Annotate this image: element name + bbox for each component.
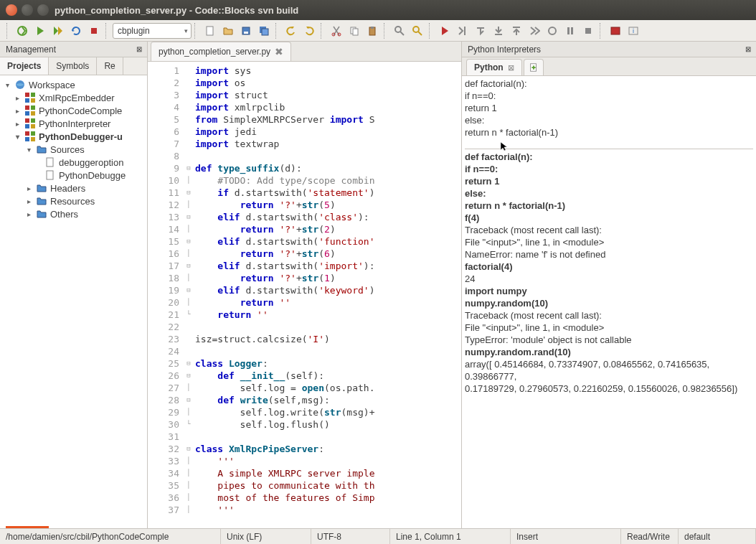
rebuild-button[interactable] xyxy=(67,22,85,39)
tree-file[interactable]: debuggeroption xyxy=(0,156,147,169)
svg-rect-38 xyxy=(25,131,29,136)
run-button[interactable] xyxy=(32,22,49,39)
management-tabs: Projects Symbols Re xyxy=(0,57,147,75)
svg-text:i: i xyxy=(633,27,634,34)
step-into-button[interactable] xyxy=(490,22,507,39)
main-toolbar: cbplugin i xyxy=(0,20,756,42)
svg-rect-1 xyxy=(91,28,97,34)
code-editor[interactable]: 1 2 3 4 5 6 7 8 9 10 11 12 13 14 15 16 1… xyxy=(148,62,461,528)
find-button[interactable] xyxy=(391,22,408,39)
cursor-icon xyxy=(499,141,511,152)
interpreter-title: Python Interpreters xyxy=(468,44,541,55)
management-title: Management xyxy=(6,44,56,55)
svg-rect-39 xyxy=(31,131,35,136)
svg-rect-26 xyxy=(25,93,29,97)
svg-point-18 xyxy=(549,27,556,34)
status-path: /home/damien/src/cbil/PythonCodeComple xyxy=(0,529,221,544)
window-maximize-button[interactable] xyxy=(37,4,49,16)
paste-button[interactable] xyxy=(364,22,381,39)
break-button[interactable] xyxy=(562,22,579,39)
build-target-combo[interactable]: cbplugin xyxy=(113,23,192,39)
svg-rect-22 xyxy=(611,27,620,34)
step-into-instr-button[interactable] xyxy=(544,22,561,39)
svg-rect-42 xyxy=(47,158,53,167)
tab-projects[interactable]: Projects xyxy=(0,57,49,75)
tree-project[interactable]: ▸PythonCodeComple xyxy=(0,104,147,117)
tree-folder[interactable]: ▸Others xyxy=(0,207,147,220)
window-close-button[interactable] xyxy=(6,4,17,16)
svg-rect-27 xyxy=(31,93,35,97)
run-to-cursor-button[interactable] xyxy=(454,22,471,39)
tree-folder[interactable]: ▾Sources xyxy=(0,143,147,156)
management-close-icon[interactable]: ⊠ xyxy=(134,44,144,55)
debug-run-button[interactable] xyxy=(436,22,453,39)
interpreter-add-tab[interactable] xyxy=(524,59,544,75)
next-line-button[interactable] xyxy=(472,22,489,39)
svg-rect-40 xyxy=(25,137,29,141)
build-button[interactable] xyxy=(14,22,31,39)
svg-point-14 xyxy=(413,27,419,32)
next-instr-button[interactable] xyxy=(526,22,543,39)
status-encoding: UTF-8 xyxy=(311,529,390,544)
svg-rect-29 xyxy=(31,98,35,103)
status-readwrite: Read/Write xyxy=(621,529,679,544)
build-run-button[interactable] xyxy=(49,22,67,39)
svg-rect-36 xyxy=(25,124,29,128)
tree-workspace[interactable]: ▾Workspace xyxy=(0,78,147,91)
cut-button[interactable] xyxy=(328,22,345,39)
svg-rect-37 xyxy=(31,124,35,128)
svg-rect-43 xyxy=(47,171,53,179)
info-button[interactable]: i xyxy=(625,22,642,39)
window-minimize-button[interactable] xyxy=(22,4,33,16)
tree-project[interactable]: ▸PythonInterpreter xyxy=(0,117,147,130)
svg-rect-15 xyxy=(464,27,466,35)
interpreter-panel-close-icon[interactable]: ⊠ xyxy=(743,44,753,55)
project-tree[interactable]: ▾Workspace▸XmlRpcEmbedder▸PythonCodeComp… xyxy=(0,75,147,528)
open-file-button[interactable] xyxy=(219,22,237,39)
svg-rect-41 xyxy=(31,137,35,141)
editor-tab-label: python_completion_server.py xyxy=(159,47,270,57)
svg-rect-19 xyxy=(567,27,570,34)
svg-rect-21 xyxy=(585,28,591,34)
svg-rect-32 xyxy=(25,111,29,116)
tab-symbols[interactable]: Symbols xyxy=(49,57,97,75)
replace-button[interactable] xyxy=(409,22,426,39)
svg-rect-30 xyxy=(25,105,29,110)
new-file-button[interactable] xyxy=(202,22,219,39)
tree-project[interactable]: ▸XmlRpcEmbedder xyxy=(0,91,147,104)
status-position: Line 1, Column 1 xyxy=(390,529,511,544)
tree-project[interactable]: ▾PythonDebugger-u xyxy=(0,130,147,143)
stop-debug-button[interactable] xyxy=(580,22,597,39)
interpreter-console[interactable]: def factorial(n): if n==0: return 1 else… xyxy=(462,76,756,528)
abort-button[interactable] xyxy=(85,22,103,39)
save-all-button[interactable] xyxy=(255,22,273,39)
svg-rect-20 xyxy=(571,27,573,34)
svg-rect-34 xyxy=(25,118,29,123)
accent-bar xyxy=(6,526,49,528)
svg-rect-16 xyxy=(495,34,502,35)
svg-rect-35 xyxy=(31,118,35,123)
svg-rect-33 xyxy=(31,111,35,116)
editor-tab[interactable]: python_completion_server.py ✖ xyxy=(151,42,291,61)
undo-button[interactable] xyxy=(283,22,300,39)
copy-button[interactable] xyxy=(346,22,363,39)
svg-rect-10 xyxy=(353,29,358,35)
interpreter-tab[interactable]: Python ⊠ xyxy=(466,59,522,75)
svg-rect-12 xyxy=(371,27,374,29)
tree-folder[interactable]: ▸Headers xyxy=(0,182,147,194)
tree-file[interactable]: PythonDebugge xyxy=(0,169,147,182)
step-out-button[interactable] xyxy=(508,22,525,39)
editor-area: python_completion_server.py ✖ 1 2 3 4 5 … xyxy=(148,42,462,528)
redo-button[interactable] xyxy=(301,22,318,39)
tab-resources[interactable]: Re xyxy=(97,57,123,75)
svg-rect-4 xyxy=(244,32,248,34)
interpreter-tab-close-icon[interactable]: ⊠ xyxy=(508,63,514,72)
svg-rect-31 xyxy=(31,105,35,110)
save-button[interactable] xyxy=(237,22,255,39)
editor-tab-close-icon[interactable]: ✖ xyxy=(275,46,283,57)
tree-folder[interactable]: ▸Resources xyxy=(0,194,147,207)
svg-rect-17 xyxy=(513,27,520,28)
svg-rect-28 xyxy=(25,98,29,103)
debug-windows-button[interactable] xyxy=(607,22,624,39)
status-mode: Insert xyxy=(511,529,621,544)
